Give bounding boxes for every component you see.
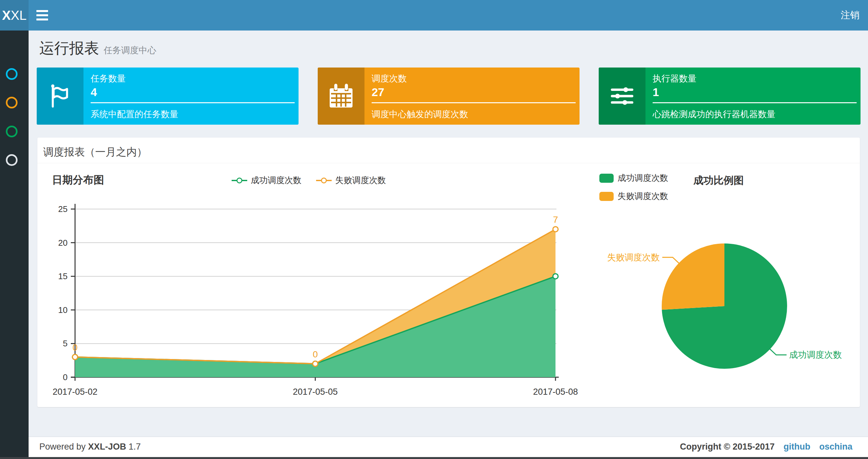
pie-chart-title: 成功比例图 (693, 174, 744, 187)
stat-value: 4 (91, 86, 97, 99)
flag-icon (37, 67, 84, 125)
svg-text:0: 0 (313, 349, 318, 359)
copyright: Copyright © 2015-2017 github oschina (680, 442, 852, 452)
svg-text:成功调度次数: 成功调度次数 (789, 350, 842, 360)
line-marker-icon (231, 177, 248, 184)
panel-title: 调度报表（一月之内） (43, 145, 147, 159)
svg-text:15: 15 (58, 271, 68, 281)
main-footer: Powered by XXL-JOB 1.7 Copyright © 2015-… (29, 436, 868, 457)
line-chart-title: 日期分布图 (52, 173, 104, 187)
stat-value: 27 (372, 86, 384, 99)
legend-label: 成功调度次数 (251, 175, 302, 186)
sliders-icon (599, 67, 646, 125)
stat-card-body: 执行器数量 1 心跳检测成功的执行器机器数量 (646, 67, 861, 125)
circle-icon (6, 154, 18, 166)
stat-label: 调度次数 (372, 73, 407, 85)
legend-label: 失败调度次数 (618, 191, 668, 202)
legend-item-fail[interactable]: 失败调度次数 (599, 191, 668, 202)
stat-label: 执行器数量 (653, 73, 696, 85)
page-header: 运行报表任务调度中心 (39, 38, 156, 59)
divider (653, 102, 857, 103)
divider (91, 102, 294, 103)
stat-card-body: 任务数量 4 系统中配置的任务数量 (84, 67, 299, 125)
svg-text:5: 5 (63, 338, 68, 348)
sidebar-toggle-icon[interactable] (36, 10, 48, 21)
oschina-link[interactable]: oschina (819, 442, 852, 452)
sidebar-item-1[interactable] (0, 68, 29, 88)
line-chart-legend: 成功调度次数 失败调度次数 (231, 175, 386, 186)
sidebar-item-4[interactable] (0, 154, 29, 174)
stat-value: 1 (653, 86, 659, 99)
logo-bold: X (2, 8, 11, 23)
success-ratio-pie-chart[interactable]: 成功调度次数失败调度次数 (582, 201, 864, 399)
page-title: 运行报表 (39, 40, 99, 57)
app-logo[interactable]: XXL (0, 0, 29, 31)
sidebar (0, 31, 29, 459)
svg-text:0: 0 (63, 372, 68, 382)
svg-text:20: 20 (58, 238, 68, 248)
svg-text:2017-05-08: 2017-05-08 (533, 387, 578, 397)
svg-text:7: 7 (553, 215, 558, 225)
sidebar-item-3[interactable] (0, 126, 29, 145)
circle-icon (6, 126, 18, 137)
stat-description: 调度中心触发的调度次数 (372, 108, 468, 120)
logo-rest: XL (11, 8, 27, 23)
sidebar-item-2[interactable] (0, 97, 29, 116)
swatch-icon (599, 174, 614, 183)
legend-item-fail[interactable]: 失败调度次数 (316, 175, 386, 186)
svg-text:2017-05-02: 2017-05-02 (53, 387, 97, 397)
stat-card-executors: 执行器数量 1 心跳检测成功的执行器机器数量 (599, 67, 861, 125)
date-distribution-chart[interactable]: 05101520252017-05-022017-05-052017-05-08… (29, 201, 582, 399)
legend-item-success[interactable]: 成功调度次数 (231, 175, 302, 186)
svg-text:失败调度次数: 失败调度次数 (607, 253, 660, 262)
top-navbar: XXL 注销 (0, 0, 868, 31)
legend-label: 成功调度次数 (618, 172, 668, 184)
svg-text:10: 10 (58, 305, 68, 315)
divider (372, 102, 576, 103)
logout-button[interactable]: 注销 (841, 0, 860, 31)
circle-icon (6, 68, 18, 80)
panel-header: 调度报表（一月之内） (37, 138, 860, 163)
page-subtitle: 任务调度中心 (104, 45, 156, 55)
copyright-text: Copyright © 2015-2017 (680, 442, 775, 452)
powered-by: Powered by XXL-JOB 1.7 (39, 442, 141, 452)
window-bottom-edge (0, 457, 868, 459)
legend-item-success[interactable]: 成功调度次数 (599, 172, 668, 184)
line-marker-icon (316, 177, 332, 184)
version: 1.7 (129, 442, 141, 452)
stat-description: 系统中配置的任务数量 (91, 108, 178, 120)
pie-chart-legend: 成功调度次数 失败调度次数 (599, 172, 668, 202)
github-link[interactable]: github (783, 442, 810, 452)
stat-card-body: 调度次数 27 调度中心触发的调度次数 (365, 67, 580, 125)
calendar-icon (318, 67, 365, 125)
swatch-icon (599, 192, 614, 201)
stat-description: 心跳检测成功的执行器机器数量 (653, 108, 775, 120)
legend-label: 失败调度次数 (335, 175, 386, 186)
powered-prefix: Powered by (39, 442, 86, 452)
stat-card-jobs: 任务数量 4 系统中配置的任务数量 (37, 67, 299, 125)
svg-text:25: 25 (58, 204, 68, 214)
circle-icon (6, 97, 18, 108)
brand-name: XXL-JOB (88, 442, 126, 452)
stat-label: 任务数量 (91, 73, 126, 85)
stat-card-triggers: 调度次数 27 调度中心触发的调度次数 (318, 67, 580, 125)
svg-text:2017-05-05: 2017-05-05 (293, 387, 338, 397)
svg-text:0: 0 (72, 342, 78, 353)
